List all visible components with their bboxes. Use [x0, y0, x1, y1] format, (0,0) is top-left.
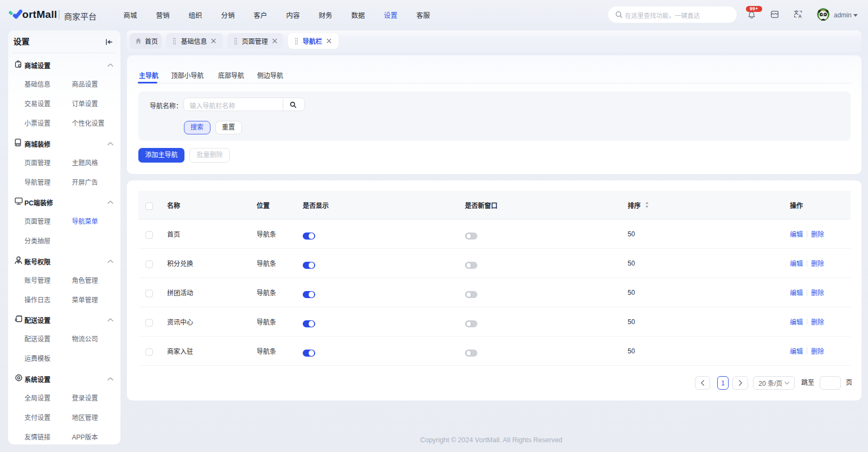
svg-text:A: A — [798, 14, 801, 18]
